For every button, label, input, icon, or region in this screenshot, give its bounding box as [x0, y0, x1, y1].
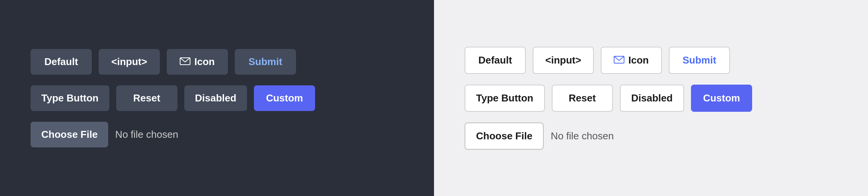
light-default-button[interactable]: Default — [465, 47, 526, 74]
light-file-row: Choose File No file chosen — [465, 122, 614, 150]
dark-custom-button[interactable]: Custom — [254, 85, 315, 111]
light-reset-button[interactable]: Reset — [552, 85, 613, 112]
light-choose-file-button[interactable]: Choose File — [465, 122, 544, 150]
mail-icon — [180, 56, 190, 68]
dark-icon-button-label: Icon — [194, 56, 215, 68]
dark-row-2: Type Button Reset Disabled Custom — [31, 85, 315, 111]
dark-input-button[interactable]: <input> — [99, 49, 160, 75]
dark-default-button[interactable]: Default — [31, 49, 92, 75]
light-typebutton-button[interactable]: Type Button — [465, 85, 545, 112]
light-row-1: Default <input> Icon Submit — [465, 47, 730, 74]
light-disabled-button[interactable]: Disabled — [620, 85, 684, 112]
light-custom-button[interactable]: Custom — [691, 85, 752, 112]
dark-icon-button[interactable]: Icon — [167, 49, 228, 75]
dark-file-row: Choose File No file chosen — [31, 122, 178, 147]
light-icon-button[interactable]: Icon — [601, 47, 662, 74]
dark-disabled-button[interactable]: Disabled — [184, 85, 247, 111]
light-panel: Default <input> Icon Submit Type Button … — [434, 0, 868, 196]
light-input-button[interactable]: <input> — [533, 47, 594, 74]
dark-panel: Default <input> Icon Submit Type Button … — [0, 0, 434, 196]
light-icon-button-label: Icon — [628, 54, 649, 66]
dark-submit-button[interactable]: Submit — [235, 49, 296, 75]
dark-file-status: No file chosen — [115, 129, 178, 140]
mail-icon-light — [614, 54, 624, 66]
light-submit-button[interactable]: Submit — [669, 47, 730, 74]
dark-reset-button[interactable]: Reset — [116, 85, 177, 111]
light-file-status: No file chosen — [551, 130, 614, 142]
dark-choose-file-button[interactable]: Choose File — [31, 122, 108, 147]
dark-row-1: Default <input> Icon Submit — [31, 49, 296, 75]
dark-typebutton-button[interactable]: Type Button — [31, 85, 109, 111]
light-row-2: Type Button Reset Disabled Custom — [465, 85, 752, 112]
